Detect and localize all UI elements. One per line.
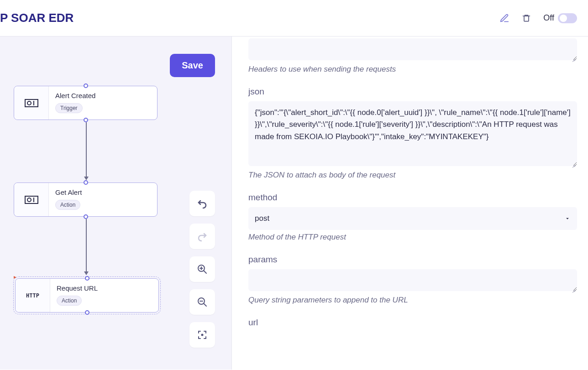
field-method: method post Method of the HTTP request [248,193,588,242]
field-label: params [248,255,588,265]
module-icon [25,196,38,204]
field-label: method [248,193,588,203]
field-help: The JSON to attach as body of the reques… [248,171,588,180]
node-title: Request URL [57,284,152,292]
json-input[interactable] [248,101,577,166]
save-button[interactable]: Save [170,54,215,77]
node-body: Request URL Action [50,279,158,312]
focus-icon [197,329,208,340]
field-label: url [248,318,588,328]
module-icon [25,99,38,107]
svg-line-12 [204,303,206,306]
chevron-down-icon [564,215,571,222]
node-get-alert[interactable]: Get Alert Action [14,182,158,217]
top-actions: Off [499,13,577,23]
edge [86,122,87,180]
undo-icon [197,198,208,209]
params-input[interactable] [248,269,577,291]
zoom-out-icon [197,297,208,307]
zoom-in-button[interactable] [189,256,215,282]
node-title: Alert Created [55,92,151,99]
field-help: Method of the HTTP request [248,233,588,242]
node-port-out[interactable] [84,118,88,122]
field-url: url [248,318,588,328]
method-value: post [255,214,269,223]
node-alert-created[interactable]: Alert Created Trigger [14,86,158,120]
node-tag: Action [55,200,80,210]
workspace: Save Alert Created Trigger Get Alert Act… [0,36,588,370]
canvas-tools [189,191,215,348]
headers-input[interactable] [248,38,577,60]
field-help: Headers to use when sending the requests [248,65,588,74]
svg-line-8 [204,271,206,273]
properties-panel: headers Headers to use when sending the … [232,36,588,370]
undo-button[interactable] [189,191,215,216]
svg-point-5 [27,198,31,202]
toggle-label: Off [543,13,554,23]
delete-button[interactable] [521,13,531,23]
node-title: Get Alert [55,188,151,196]
field-json: json The JSON to attach as body of the r… [248,87,588,180]
redo-icon [197,231,208,242]
node-body: Get Alert Action [49,183,157,216]
page-title: P SOAR EDR [0,11,74,25]
zoom-in-icon [197,264,208,275]
field-params: params Query string parameters to append… [248,255,588,305]
trash-icon [522,13,531,23]
svg-point-14 [202,334,203,336]
edge [86,219,87,275]
node-port-in[interactable] [85,276,89,281]
method-select[interactable]: post [248,207,577,230]
node-request-url[interactable]: HTTP Request URL Action [15,278,159,313]
node-icon [14,183,49,216]
enable-toggle-wrap: Off [543,13,577,23]
node-tag: Action [57,296,82,306]
node-port-in[interactable] [84,83,88,88]
fit-view-button[interactable] [189,322,215,348]
pencil-icon [499,13,509,23]
node-body: Alert Created Trigger [49,86,157,120]
edit-button[interactable] [499,13,509,23]
redo-button[interactable] [189,224,215,249]
enable-toggle[interactable] [558,13,577,23]
node-tag: Trigger [55,103,83,113]
playbook-canvas[interactable]: Save Alert Created Trigger Get Alert Act… [0,36,232,370]
svg-point-2 [27,101,31,105]
node-port-out[interactable] [85,310,89,315]
svg-rect-0 [524,16,529,21]
node-port-in[interactable] [84,180,88,185]
zoom-out-button[interactable] [189,289,215,315]
field-label: json [248,87,588,97]
field-headers: Headers to use when sending the requests [248,38,588,74]
node-icon [14,86,49,120]
node-port-out[interactable] [84,214,88,219]
top-bar: P SOAR EDR Off [0,0,588,36]
node-icon: HTTP [16,279,50,312]
field-help: Query string parameters to append to the… [248,296,588,305]
